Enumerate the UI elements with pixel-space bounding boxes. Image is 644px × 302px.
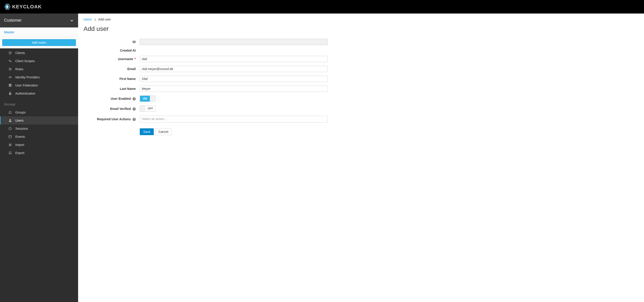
cancel-button[interactable]: Cancel (155, 128, 172, 135)
email-field[interactable] (140, 66, 328, 72)
sidebar-item-label: Sessions (15, 127, 28, 130)
nav-manage: GroupsUsersSessionsEventsImportExport (0, 108, 78, 157)
last-name-field[interactable] (140, 86, 328, 92)
email-label: Email (84, 67, 140, 71)
sidebar-item-export[interactable]: Export (0, 149, 78, 157)
user-icon (8, 118, 12, 123)
sidebar-item-label: Users (15, 119, 24, 122)
sidebar-item-events[interactable]: Events (0, 133, 78, 141)
help-icon[interactable]: ? (132, 107, 136, 111)
user-enabled-label: User Enabled ? (84, 97, 140, 101)
last-name-label: Last Name (84, 87, 140, 91)
required-actions-select[interactable]: Select an action... (140, 116, 328, 123)
clock-icon (8, 127, 12, 131)
scopes-icon (8, 59, 12, 63)
email-verified-toggle[interactable]: OFF (140, 105, 156, 112)
username-label: Username * (84, 57, 140, 61)
sidebar-item-label: User Federation (15, 84, 38, 87)
created-at-label: Created At (84, 49, 140, 52)
toggle-handle (140, 106, 146, 112)
svg-rect-5 (9, 136, 12, 138)
exchange-icon (8, 75, 12, 79)
sidebar: Customer Master Add realm ClientsClient … (0, 14, 78, 302)
sidebar-item-groups[interactable]: Groups (0, 108, 78, 116)
calendar-icon (8, 135, 12, 139)
sidebar-item-roles[interactable]: Roles (0, 65, 78, 73)
sidebar-item-label: Authentication (15, 92, 35, 95)
sidebar-item-identity-providers[interactable]: Identity Providers (0, 73, 78, 81)
email-verified-label: Email Verified ? (84, 107, 140, 111)
sidebar-item-users[interactable]: Users (0, 116, 78, 125)
toggle-off-label: OFF (146, 106, 155, 112)
lock-icon (8, 91, 12, 96)
required-asterisk: * (134, 57, 136, 61)
realm-dropdown: Master Add realm (0, 28, 78, 49)
sidebar-item-authentication[interactable]: Authentication (0, 89, 78, 98)
sidebar-item-label: Client Scopes (15, 59, 35, 63)
cube-icon (8, 51, 12, 55)
breadcrumb: Users ❯ Add user (84, 18, 638, 21)
first-name-label: First Name (84, 77, 140, 81)
id-label: ID (84, 40, 140, 44)
page-title: Add user (84, 25, 638, 33)
breadcrumb-separator-icon: ❯ (94, 18, 96, 21)
realm-current: Customer (4, 18, 22, 23)
sidebar-item-label: Identity Providers (15, 76, 40, 79)
list-icon (8, 67, 12, 71)
sidebar-item-user-federation[interactable]: User Federation (0, 81, 78, 89)
sidebar-item-import[interactable]: Import (0, 141, 78, 149)
add-realm-button[interactable]: Add realm (2, 39, 76, 46)
sidebar-item-label: Clients (15, 51, 25, 55)
brand-text: KEYCLOAK (12, 4, 42, 10)
sidebar-item-clients[interactable]: Clients (0, 49, 78, 57)
username-field[interactable] (140, 56, 328, 62)
required-actions-label: Required User Actions ? (84, 117, 140, 121)
breadcrumb-current: Add user (98, 18, 111, 21)
breadcrumb-users[interactable]: Users (84, 18, 92, 21)
save-button[interactable]: Save (140, 128, 154, 135)
sidebar-item-label: Events (15, 135, 25, 139)
help-icon[interactable]: ? (132, 118, 136, 121)
export-icon (8, 151, 12, 155)
id-field (140, 39, 328, 45)
user-enabled-toggle[interactable]: ON (140, 96, 156, 102)
database-icon (8, 83, 12, 87)
sidebar-item-client-scopes[interactable]: Client Scopes (0, 57, 78, 65)
realm-option-master[interactable]: Master (0, 28, 78, 37)
group-icon (8, 110, 12, 114)
realm-selector[interactable]: Customer (0, 14, 78, 28)
sidebar-item-label: Groups (15, 111, 26, 114)
header-bar: KEYCLOAK (0, 0, 644, 14)
first-name-field[interactable] (140, 76, 328, 82)
sidebar-item-label: Roles (15, 67, 24, 71)
sidebar-item-label: Export (15, 151, 24, 155)
nav-configure: ClientsClient ScopesRolesIdentity Provid… (0, 49, 78, 98)
chevron-down-icon (70, 19, 73, 22)
help-icon[interactable]: ? (132, 97, 136, 100)
main-content: Users ❯ Add user Add user ID Created At … (78, 14, 644, 302)
keycloak-logo-icon (4, 3, 11, 10)
sidebar-item-label: Import (15, 143, 24, 147)
toggle-handle (150, 96, 155, 102)
import-icon (8, 143, 12, 147)
svg-point-3 (9, 84, 12, 85)
sidebar-item-sessions[interactable]: Sessions (0, 125, 78, 133)
nav-section-manage: Manage (0, 98, 78, 108)
toggle-on-label: ON (140, 96, 150, 102)
brand-logo[interactable]: KEYCLOAK (4, 3, 42, 10)
